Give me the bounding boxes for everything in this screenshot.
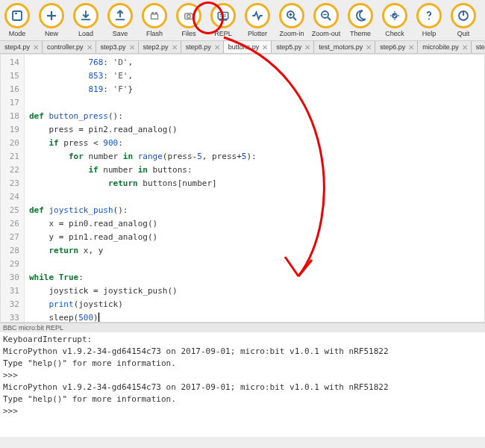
files-button[interactable]: Files [172,3,206,37]
help-icon [416,3,442,28]
repl-button[interactable]: REPL [206,3,240,37]
tab-label: step1.py [476,43,485,51]
svg-rect-1 [151,14,158,19]
tab-step3py[interactable]: step3.py✕ [96,41,139,53]
line-number: 23 [1,177,24,190]
close-icon[interactable]: ✕ [462,43,468,52]
close-icon[interactable]: ✕ [214,43,220,52]
code-line[interactable]: for number in range(press-5, press+5): [25,150,484,164]
code-line[interactable]: return buttons[number] [25,177,484,190]
quit-icon [451,3,476,28]
line-number: 18 [1,110,24,123]
code-line[interactable]: if number in buttons: [25,164,484,177]
help-button[interactable]: Help [412,3,446,37]
close-icon[interactable]: ✕ [304,43,310,52]
tab-buttonspy[interactable]: buttons.py✕ [224,41,272,53]
line-number: 17 [1,96,24,110]
tab-step2py[interactable]: step2.py✕ [139,41,181,53]
zoomin-button[interactable]: Zoom-in [275,3,309,37]
tool-label: Load [78,30,93,37]
repl-line: Type "help()" for more information. [3,358,482,370]
code-line[interactable]: def button_press(): [25,110,484,123]
tab-controllerpy[interactable]: controller.py✕ [43,41,96,53]
close-icon[interactable]: ✕ [33,43,39,52]
toolbar: ModeNewLoadSaveFlashFilesREPLPlotterZoom… [0,0,485,40]
tool-label: Plotter [248,30,267,37]
close-icon[interactable]: ✕ [172,43,178,52]
repl-line: MicroPython v1.9.2-34-gd64154c73 on 2017… [3,346,482,358]
code-line[interactable]: y = pin1.read_analog() [25,231,484,244]
tab-label: test_motors.py [319,43,363,51]
line-number: 25 [1,204,24,217]
close-icon[interactable]: ✕ [129,43,135,52]
code-line[interactable]: if press < 900: [25,137,484,150]
tab-label: microbite.py [422,43,459,51]
tab-step1py[interactable]: step1.py✕ [472,41,485,53]
flash-icon [142,3,167,28]
tool-label: REPL [214,30,232,37]
plus-icon [39,3,64,28]
mode-button[interactable]: Mode [0,3,34,37]
svg-point-2 [151,12,154,14]
code-line[interactable] [25,190,484,204]
line-number: 31 [1,284,24,298]
tab-test_motorspy[interactable]: test_motors.py✕ [314,41,375,53]
mode-icon [4,3,30,28]
close-icon[interactable]: ✕ [87,43,93,52]
close-icon[interactable]: ✕ [366,43,372,52]
code-area[interactable]: 768: 'D', 853: 'E', 819: 'F'}def button_… [25,55,484,322]
tool-label: Help [422,30,436,37]
check-icon [382,3,407,28]
line-number: 32 [1,298,24,311]
code-line[interactable]: x = pin0.read_analog() [25,217,484,231]
line-number: 33 [1,311,24,323]
new-button[interactable]: New [34,3,69,37]
close-icon[interactable]: ✕ [408,43,414,52]
line-number: 29 [1,258,24,271]
line-number: 22 [1,164,24,177]
files-icon [176,3,201,28]
code-line[interactable]: print(joystick) [25,298,484,311]
save-button[interactable]: Save [103,3,137,37]
tab-label: step5.py [276,43,301,51]
zoomout-button[interactable]: Zoom-out [309,3,343,37]
code-line[interactable]: 819: 'F'} [25,83,484,96]
code-line[interactable]: joystick = joystick_push() [25,284,484,298]
theme-button[interactable]: Theme [343,3,378,37]
plotter-button[interactable]: Plotter [240,3,275,37]
zoomout-icon [313,3,339,28]
tool-label: Check [385,30,404,37]
quit-button[interactable]: Quit [446,3,481,37]
svg-point-3 [155,12,157,14]
tab-step4py[interactable]: step4.py✕ [0,41,43,53]
tab-microbitepy[interactable]: microbite.py✕ [418,41,472,53]
code-line[interactable] [25,96,484,110]
tab-step5py[interactable]: step5.py✕ [272,41,314,53]
close-icon[interactable]: ✕ [262,43,268,52]
code-line[interactable]: while True: [25,271,484,284]
tab-step8py[interactable]: step8.py✕ [181,41,224,53]
check-button[interactable]: Check [378,3,412,37]
tab-label: step8.py [186,43,211,51]
tab-strip: step4.py✕controller.py✕step3.py✕step2.py… [0,40,485,54]
tab-label: step4.py [4,43,30,51]
tool-label: Flash [146,30,163,37]
repl-line: >>> [3,370,482,382]
repl-line: Type "help()" for more information. [3,393,482,405]
repl-line: >>> [3,405,482,417]
tool-label: Save [113,30,128,37]
tab-step6py[interactable]: step6.py✕ [375,41,418,53]
code-line[interactable]: 768: 'D', [25,56,484,69]
tool-label: New [45,30,58,37]
load-button[interactable]: Load [69,3,103,37]
code-line[interactable] [25,258,484,271]
code-line[interactable]: 853: 'E', [25,69,484,83]
code-line[interactable]: return x, y [25,244,484,258]
code-line[interactable]: sleep(500) [25,311,484,323]
svg-rect-0 [13,11,22,20]
code-editor[interactable]: 1415161718192021222324252627282930313233… [0,54,485,323]
code-line[interactable]: def joystick_push(): [25,204,484,217]
repl-panel[interactable]: KeyboardInterrupt:MicroPython v1.9.2-34-… [0,332,485,437]
code-line[interactable]: press = pin2.read_analog() [25,123,484,137]
flash-button[interactable]: Flash [137,3,172,37]
